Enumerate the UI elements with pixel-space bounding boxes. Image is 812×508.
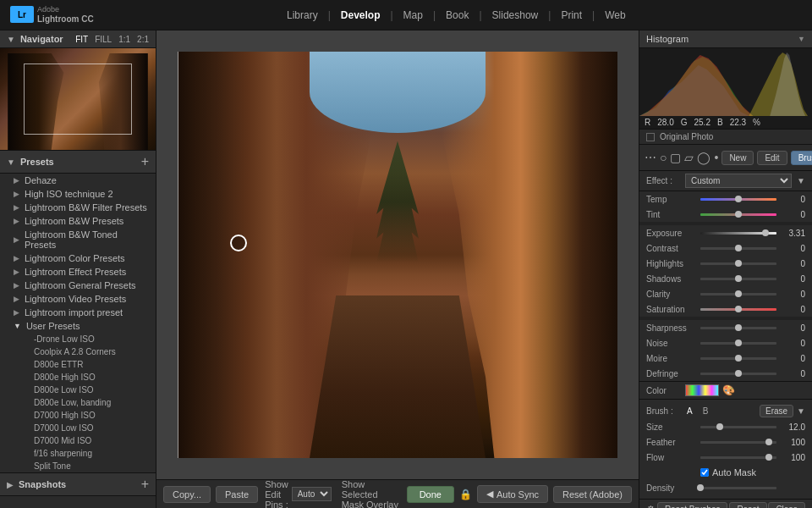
sharpness-thumb[interactable] — [735, 324, 742, 331]
user-preset-coolpix[interactable]: Coolpix A 2.8 Corners — [0, 345, 156, 358]
user-preset-d800e-high[interactable]: D800e High ISO — [0, 371, 156, 384]
saturation-thumb[interactable] — [735, 306, 742, 312]
exposure-track[interactable] — [700, 232, 776, 235]
brush-flow-thumb[interactable] — [765, 454, 772, 461]
preset-group-import[interactable]: ▶ Lightroom import preset — [0, 306, 156, 319]
noise-track[interactable] — [700, 342, 776, 345]
contrast-thumb[interactable] — [735, 245, 742, 251]
brush-size-thumb[interactable] — [716, 423, 723, 430]
clarity-track[interactable] — [700, 293, 776, 295]
presets-add-button[interactable]: + — [141, 154, 149, 169]
temp-track[interactable] — [700, 198, 776, 201]
brush-density-track[interactable] — [700, 487, 776, 489]
reset-button[interactable]: Reset — [729, 502, 766, 508]
preset-group-user[interactable]: ▼ User Presets — [0, 319, 156, 333]
mask-new-button[interactable]: New — [721, 151, 754, 165]
preset-group-bw[interactable]: ▶ Lightroom B&W Presets — [0, 214, 156, 228]
shadows-track[interactable] — [700, 278, 776, 280]
zoom-2-1[interactable]: 2:1 — [137, 35, 149, 44]
preset-group-highiso[interactable]: ▶ High ISO technique 2 — [0, 187, 156, 201]
brush-feather-track[interactable] — [700, 441, 776, 444]
zoom-fill[interactable]: FILL — [95, 35, 112, 44]
preset-group-bwfilter[interactable]: ▶ Lightroom B&W Filter Presets — [0, 201, 156, 214]
temp-thumb[interactable] — [735, 196, 742, 202]
nav-print[interactable]: Print — [551, 0, 592, 30]
preset-group-effect[interactable]: ▶ Lightroom Effect Presets — [0, 265, 156, 279]
nav-book[interactable]: Book — [436, 0, 479, 30]
preset-group-color[interactable]: ▶ Lightroom Color Presets — [0, 251, 156, 265]
clarity-thumb[interactable] — [735, 290, 742, 297]
tint-track[interactable] — [700, 213, 776, 216]
sharpness-track[interactable] — [700, 327, 776, 329]
preset-group-bwtoned[interactable]: ▶ Lightroom B&W Toned Presets — [0, 228, 156, 251]
user-preset-d800e-ettr[interactable]: D800e ETTR — [0, 358, 156, 371]
mask-tool-circle[interactable]: ○ — [660, 148, 667, 167]
done-button[interactable]: Done — [407, 486, 454, 503]
shadows-thumb[interactable] — [735, 275, 742, 282]
reset-adobe-button[interactable]: Reset (Adobe) — [553, 486, 632, 503]
mask-tool-phone[interactable]: ▱ — [684, 148, 694, 167]
close-button[interactable]: Close — [768, 502, 805, 508]
defringe-thumb[interactable] — [735, 370, 742, 377]
edit-pins-select[interactable]: Auto — [292, 487, 332, 501]
user-preset-splittone[interactable]: Split Tone — [0, 460, 156, 472]
highlights-track[interactable] — [700, 262, 776, 265]
mask-edit-button[interactable]: Edit — [757, 151, 787, 165]
brush-erase-button[interactable]: Erase — [760, 405, 793, 417]
color-swatch[interactable] — [685, 384, 719, 396]
brush-option-a[interactable]: A — [683, 406, 696, 417]
brush-flow-track[interactable] — [700, 456, 776, 459]
mask-brush-button[interactable]: Brush — [791, 151, 812, 165]
lock-icon[interactable]: 🔒 — [459, 489, 472, 500]
noise-thumb[interactable] — [735, 340, 742, 346]
brush-option-b[interactable]: B — [700, 406, 712, 417]
snapshots-add-button[interactable]: + — [141, 477, 149, 492]
preset-group-video[interactable]: ▶ Lightroom Video Presets — [0, 292, 156, 306]
snapshots-header[interactable]: ▶ Snapshots + — [0, 472, 156, 496]
auto-sync-button[interactable]: ◀ Auto Sync — [477, 485, 548, 503]
user-preset-d800e-low[interactable]: D800e Low ISO — [0, 384, 156, 396]
contrast-track[interactable] — [700, 247, 776, 250]
mask-tools-row: ⋯ ○ ▢ ▱ ◯ • New Edit Brush — [639, 145, 812, 171]
highlights-thumb[interactable] — [735, 260, 742, 267]
brush-density-thumb[interactable] — [697, 484, 704, 491]
nav-library[interactable]: Library — [277, 0, 328, 30]
mask-tool-dots[interactable]: ⋯ — [645, 148, 656, 167]
user-preset-f16[interactable]: f/16 sharpening — [0, 447, 156, 460]
brush-size-track[interactable] — [700, 426, 776, 428]
moire-track[interactable] — [700, 357, 776, 360]
user-preset-drone[interactable]: -Drone Low ISO — [0, 333, 156, 345]
preset-group-dehaze[interactable]: ▶ Dehaze — [0, 174, 156, 187]
saturation-track[interactable] — [700, 308, 776, 311]
tint-thumb[interactable] — [735, 211, 742, 218]
histogram-header[interactable]: Histogram ▼ — [639, 30, 812, 48]
moire-thumb[interactable] — [735, 355, 742, 362]
zoom-fit[interactable]: FIT — [75, 35, 88, 44]
user-preset-d800e-banding[interactable]: D800e Low, banding — [0, 396, 156, 409]
user-preset-d7000-low[interactable]: D7000 Low ISO — [0, 422, 156, 434]
settings-icon[interactable]: ⚙ — [646, 504, 656, 509]
copy-button[interactable]: Copy... — [163, 486, 211, 503]
mask-tool-oval[interactable]: ◯ — [697, 148, 710, 167]
exposure-thumb[interactable] — [762, 229, 769, 236]
brush-feather-thumb[interactable] — [765, 439, 772, 445]
user-preset-d7000-mid[interactable]: D7000 Mid ISO — [0, 434, 156, 447]
mask-tool-dot[interactable]: • — [714, 148, 718, 167]
navigator-header[interactable]: ▼ Navigator FIT FILL 1:1 2:1 — [0, 30, 156, 48]
zoom-1-1[interactable]: 1:1 — [118, 35, 130, 44]
nav-slideshow[interactable]: Slideshow — [482, 0, 549, 30]
paste-button[interactable]: Paste — [216, 486, 258, 503]
defringe-track[interactable] — [700, 373, 776, 375]
nav-map[interactable]: Map — [393, 0, 433, 30]
nav-web[interactable]: Web — [595, 0, 635, 30]
color-picker-icon[interactable]: 🎨 — [722, 384, 735, 396]
mask-tool-square[interactable]: ▢ — [670, 148, 681, 167]
preset-group-general[interactable]: ▶ Lightroom General Presets — [0, 279, 156, 292]
reset-brushes-button[interactable]: Reset Brushes — [657, 502, 728, 508]
user-preset-d7000-high[interactable]: D7000 High ISO — [0, 409, 156, 422]
original-photo-checkbox[interactable] — [646, 133, 655, 141]
presets-header[interactable]: ▼ Presets + — [0, 150, 156, 174]
auto-mask-checkbox[interactable] — [700, 468, 709, 477]
nav-develop[interactable]: Develop — [331, 0, 391, 30]
effect-select[interactable]: Custom — [685, 174, 792, 188]
